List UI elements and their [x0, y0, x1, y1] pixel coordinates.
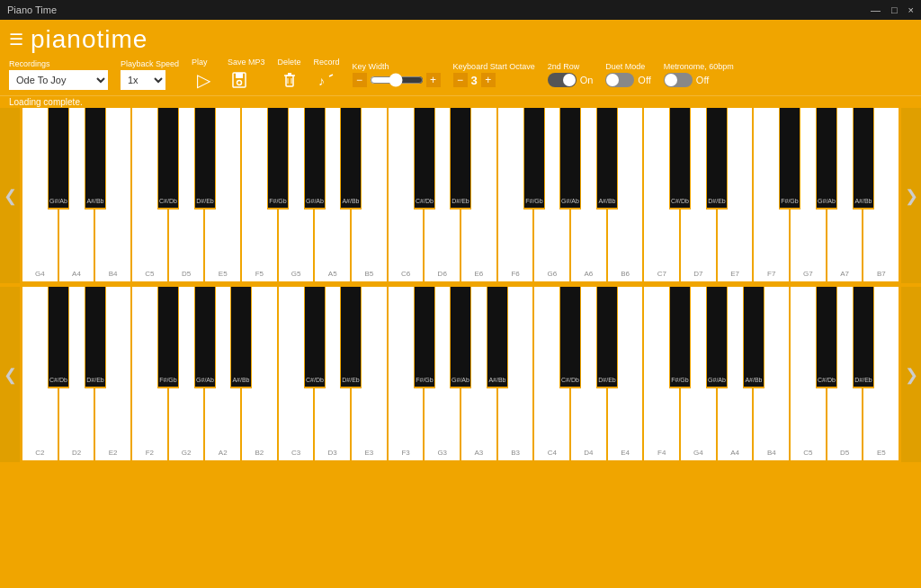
black-key[interactable]: A#/Bb	[340, 108, 362, 209]
second-row-label: 2nd Row	[548, 62, 580, 71]
black-key[interactable]: F#/Gb	[267, 108, 290, 209]
black-key[interactable]: F#/Gb	[523, 108, 546, 209]
second-row-group: 2nd Row On	[548, 62, 594, 87]
toolbar: Recordings Ode To Joy Fur Elise Twinkle …	[9, 58, 912, 95]
title-bar: Piano Time — □ ×	[0, 0, 921, 20]
bottom-scroll-right-arrow[interactable]: ❯	[901, 287, 921, 462]
black-key[interactable]: F#/Gb	[779, 108, 801, 209]
black-key[interactable]: D#/Eb	[450, 108, 472, 209]
black-key[interactable]: D#/Eb	[706, 108, 729, 209]
octave-increase-button[interactable]: +	[481, 73, 496, 87]
maximize-button[interactable]: □	[891, 4, 898, 15]
black-key[interactable]: D#/Eb	[85, 287, 107, 388]
svg-rect-1	[236, 73, 243, 78]
black-key[interactable]: G#/Ab	[559, 108, 582, 209]
top-keys-container: G4A4B4C5D5E5F5G5A5B5C6D6E6F6G6A6B6C7D7E7…	[20, 108, 901, 283]
playback-speed-label: Playback Speed	[121, 59, 179, 68]
keyboard-start-octave-label: Keyboard Start Octave	[453, 62, 535, 71]
black-key[interactable]: C#/Db	[157, 108, 180, 209]
piano-area: ❮ G4A4B4C5D5E5F5G5A5B5C6D6E6F6G6A6B6C7D7…	[0, 108, 921, 462]
metronome-label: Metronome, 60bpm	[664, 62, 734, 71]
delete-label: Delete	[278, 58, 301, 67]
black-key[interactable]: A#/Bb	[85, 108, 107, 209]
svg-point-2	[237, 81, 242, 85]
second-row-toggle-state: On	[580, 75, 594, 85]
save-mp3-label: Save MP3	[228, 58, 265, 67]
keyboard-start-octave-group: Keyboard Start Octave − 3 +	[453, 62, 535, 87]
black-key[interactable]: C#/Db	[48, 287, 70, 388]
black-key[interactable]: A#/Bb	[743, 287, 765, 388]
key-width-increase-button[interactable]: +	[426, 73, 441, 87]
hamburger-menu-icon[interactable]: ☰	[9, 31, 23, 48]
recordings-group: Recordings Ode To Joy Fur Elise Twinkle	[9, 59, 108, 90]
bottom-keyboard-row: ❮ C2D2E2F2G2A2B2C3D3E3F3G3A3B3C4D4E4F4G4…	[0, 287, 921, 462]
recordings-select[interactable]: Ode To Joy Fur Elise Twinkle	[9, 70, 108, 90]
black-key[interactable]: G#/Ab	[706, 287, 729, 388]
svg-rect-3	[286, 76, 293, 86]
duet-mode-toggle[interactable]	[605, 73, 634, 87]
delete-button[interactable]	[278, 68, 301, 92]
black-key[interactable]: C#/Db	[304, 287, 326, 388]
duet-mode-group: Duet Mode Off	[605, 62, 650, 87]
black-key[interactable]: D#/Eb	[340, 287, 362, 388]
status-bar: Loading complete.	[0, 95, 921, 108]
record-button[interactable]: ♪	[314, 68, 337, 92]
black-key[interactable]: F#/Gb	[157, 287, 180, 388]
top-scroll-left-arrow[interactable]: ❮	[0, 108, 20, 283]
save-mp3-button[interactable]	[228, 68, 251, 92]
svg-line-9	[329, 75, 333, 76]
black-key[interactable]: F#/Gb	[414, 287, 436, 388]
header: ☰ pianotime Recordings Ode To Joy Fur El…	[0, 20, 921, 95]
play-group: Play ▷	[192, 58, 215, 92]
black-key[interactable]: G#/Ab	[194, 287, 217, 388]
delete-group: Delete	[278, 58, 301, 92]
black-key[interactable]: C#/Db	[559, 287, 582, 388]
black-key[interactable]: D#/Eb	[194, 108, 217, 209]
black-key[interactable]: C#/Db	[669, 108, 692, 209]
black-key[interactable]: G#/Ab	[48, 108, 70, 209]
app-title-row: ☰ pianotime	[9, 25, 912, 54]
octave-decrease-button[interactable]: −	[453, 73, 468, 87]
play-label: Play	[192, 58, 208, 67]
minimize-button[interactable]: —	[871, 4, 881, 15]
play-button[interactable]: ▷	[192, 68, 215, 92]
duet-mode-toggle-state: Off	[638, 75, 650, 85]
black-key[interactable]: A#/Bb	[487, 287, 509, 388]
black-key[interactable]: C#/Db	[414, 108, 436, 209]
bottom-scroll-left-arrow[interactable]: ❮	[0, 287, 20, 462]
svg-text:♪: ♪	[318, 74, 325, 88]
black-key[interactable]: C#/Db	[816, 287, 838, 388]
top-keyboard-row: ❮ G4A4B4C5D5E5F5G5A5B5C6D6E6F6G6A6B6C7D7…	[0, 108, 921, 283]
black-key[interactable]: D#/Eb	[853, 287, 875, 388]
title-bar-controls[interactable]: — □ ×	[871, 4, 914, 15]
key-width-slider[interactable]	[370, 74, 424, 86]
metronome-group: Metronome, 60bpm Off	[664, 62, 734, 87]
key-width-decrease-button[interactable]: −	[353, 73, 367, 87]
black-key[interactable]: G#/Ab	[304, 108, 326, 209]
black-key[interactable]: F#/Gb	[669, 287, 692, 388]
black-key[interactable]: A#/Bb	[596, 108, 619, 209]
recordings-label: Recordings	[9, 59, 50, 68]
save-mp3-group: Save MP3	[228, 58, 265, 92]
metronome-toggle-state: Off	[696, 75, 709, 85]
black-key[interactable]: D#/Eb	[596, 287, 619, 388]
top-scroll-right-arrow[interactable]: ❯	[901, 108, 921, 283]
app-title: pianotime	[31, 25, 148, 54]
app-window-title: Piano Time	[7, 4, 57, 15]
playback-speed-select[interactable]: 0.5x 1x 1.5x 2x	[121, 70, 165, 90]
record-group: Record ♪	[314, 58, 340, 92]
playback-speed-group: Playback Speed 0.5x 1x 1.5x 2x	[121, 59, 179, 90]
second-row-toggle[interactable]	[548, 73, 577, 87]
record-label: Record	[314, 58, 340, 67]
black-key[interactable]: A#/Bb	[853, 108, 875, 209]
key-width-label: Key Width	[353, 62, 389, 71]
close-button[interactable]: ×	[908, 4, 914, 15]
status-message: Loading complete.	[9, 97, 83, 107]
black-key[interactable]: G#/Ab	[450, 287, 472, 388]
bottom-keys-container: C2D2E2F2G2A2B2C3D3E3F3G3A3B3C4D4E4F4G4A4…	[20, 287, 901, 462]
duet-mode-label: Duet Mode	[605, 62, 645, 71]
metronome-toggle[interactable]	[664, 73, 693, 87]
octave-value: 3	[471, 74, 478, 87]
black-key[interactable]: G#/Ab	[816, 108, 838, 209]
black-key[interactable]: A#/Bb	[230, 287, 253, 388]
